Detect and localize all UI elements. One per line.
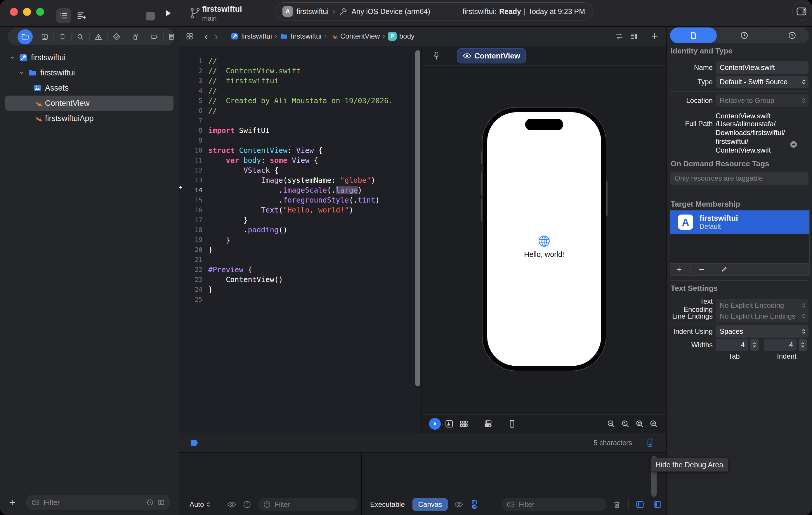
- type-dropdown[interactable]: Default - Swift Source: [716, 76, 809, 88]
- tab-source-control[interactable]: [41, 33, 49, 41]
- forward-button[interactable]: ›: [215, 31, 218, 42]
- tree-item-assets[interactable]: Assets: [0, 80, 179, 96]
- code-line[interactable]: 16 Text("Hello, world!"): [179, 205, 421, 215]
- toggle-inspector-button[interactable]: [792, 2, 811, 21]
- code-line[interactable]: 22#Preview {: [179, 265, 421, 275]
- code-line[interactable]: 12 VStack {: [179, 165, 421, 175]
- editor-layout-icon[interactable]: [630, 32, 638, 40]
- tab-bookmarks[interactable]: [59, 33, 66, 41]
- show-variables-view-button[interactable]: [635, 500, 645, 509]
- code-line[interactable]: 11 var body: some View {: [179, 156, 421, 165]
- tab-breakpoints[interactable]: [150, 33, 158, 41]
- editor-scrollbar[interactable]: [415, 50, 420, 386]
- canvas-process-chip[interactable]: Canvas: [412, 498, 448, 511]
- tree-item-group[interactable]: firstswiftui: [0, 65, 179, 80]
- breadcrumb-symbol[interactable]: P body: [388, 32, 414, 40]
- code-line[interactable]: 18 .padding(): [179, 225, 421, 235]
- code-line[interactable]: 21: [179, 255, 421, 265]
- editor-list-button[interactable]: [56, 8, 71, 23]
- selectable-mode-button[interactable]: [444, 419, 454, 429]
- location-dropdown[interactable]: Relative to Group: [716, 94, 809, 107]
- tab-reports[interactable]: [168, 33, 175, 41]
- close-window-button[interactable]: [10, 8, 18, 16]
- pin-icon[interactable]: [432, 51, 440, 61]
- open-in-finder-button[interactable]: [789, 140, 798, 149]
- edit-target-button[interactable]: [721, 266, 728, 273]
- source-control-filter-icon[interactable]: [157, 499, 165, 506]
- remove-target-button[interactable]: [698, 266, 705, 273]
- code-line[interactable]: 8import SwiftUI: [179, 126, 421, 136]
- scheme-project-name[interactable]: firstswiftui: [296, 7, 328, 16]
- zoom-100-button[interactable]: [621, 419, 630, 429]
- ai-assistant-button[interactable]: [76, 10, 88, 22]
- code-line[interactable]: 23 ContentView(): [179, 275, 421, 285]
- phone-screen[interactable]: Hello, world!: [487, 112, 601, 366]
- code-line[interactable]: 7: [179, 116, 421, 126]
- code-line[interactable]: 24}: [179, 285, 421, 295]
- variables-view[interactable]: Auto Filter: [179, 453, 362, 515]
- swap-editor-icon[interactable]: [615, 32, 624, 40]
- indent-width-stepper[interactable]: [799, 339, 807, 351]
- variables-scope-dropdown[interactable]: Auto: [190, 500, 211, 509]
- variables-info-button[interactable]: [243, 500, 252, 509]
- source-editor[interactable]: 1//2// ContentView.swift3// firstswiftui…: [179, 46, 421, 433]
- add-target-button[interactable]: [675, 266, 683, 273]
- odr-tags-field[interactable]: Only resources are taggable: [670, 171, 809, 185]
- zoom-window-button[interactable]: [36, 8, 44, 16]
- code-line[interactable]: 20}: [179, 245, 421, 255]
- clear-console-button[interactable]: [612, 500, 621, 509]
- minimize-window-button[interactable]: [23, 8, 31, 16]
- minimap-breakpoint-icon[interactable]: [190, 438, 199, 447]
- tab-width-stepper[interactable]: [750, 339, 758, 351]
- code-line[interactable]: 14 .imageScale(.large): [179, 185, 421, 195]
- line-endings-dropdown[interactable]: No Explicit Line Endings: [716, 310, 809, 322]
- tab-debug[interactable]: [131, 33, 139, 41]
- code-line[interactable]: 9: [179, 136, 421, 145]
- code-line[interactable]: 2// ContentView.swift: [179, 66, 421, 76]
- zoom-out-button[interactable]: [606, 419, 616, 429]
- tab-file-inspector[interactable]: [670, 27, 717, 43]
- console-destination-button[interactable]: [470, 499, 478, 510]
- tab-tests[interactable]: [112, 33, 121, 41]
- tab-width-field[interactable]: 4: [716, 339, 748, 351]
- code-line[interactable]: 6//: [179, 106, 421, 116]
- run-button[interactable]: [163, 8, 173, 18]
- navigator-filter-field[interactable]: Filter: [26, 495, 170, 510]
- console-eye-button[interactable]: [454, 501, 464, 508]
- zoom-in-button[interactable]: [649, 419, 658, 429]
- variables-filter-field[interactable]: Filter: [259, 498, 357, 511]
- recent-clock-icon[interactable]: [146, 499, 154, 506]
- indent-dropdown[interactable]: Spaces: [716, 325, 809, 337]
- encoding-dropdown[interactable]: No Explicit Encoding: [716, 299, 809, 311]
- breadcrumb-project[interactable]: firstswiftui: [230, 32, 272, 40]
- disclosure-chevron-icon[interactable]: [18, 69, 25, 76]
- tab-help-inspector[interactable]: ?: [788, 31, 796, 40]
- code-line[interactable]: 4//: [179, 86, 421, 96]
- code-line[interactable]: 10struct ContentView: View {: [179, 145, 421, 156]
- canvas-body[interactable]: Hello, world!: [422, 66, 666, 414]
- iphone-preview-device[interactable]: Hello, world!: [482, 107, 606, 371]
- code-line[interactable]: 19 }: [179, 235, 421, 245]
- tree-item-project-root[interactable]: firstswiftui: [0, 50, 179, 65]
- tab-issues[interactable]: [94, 33, 103, 41]
- code-line[interactable]: 15 .foregroundStyle(.tint): [179, 195, 421, 205]
- add-file-button[interactable]: [8, 498, 17, 507]
- preview-device-button[interactable]: [508, 419, 516, 429]
- show-console-view-button[interactable]: [652, 500, 663, 509]
- tree-item-contentview[interactable]: ContentView: [5, 96, 174, 111]
- tab-project-navigator[interactable]: [18, 29, 33, 45]
- show-only-variables-button[interactable]: [227, 501, 236, 508]
- back-button[interactable]: ‹: [204, 31, 208, 42]
- name-field[interactable]: ContentView.swift: [716, 61, 809, 74]
- code-line[interactable]: 17 }: [179, 215, 421, 225]
- add-editor-icon[interactable]: [650, 32, 659, 40]
- preview-tab[interactable]: ContentView: [457, 48, 526, 63]
- tab-find[interactable]: [77, 33, 84, 41]
- live-preview-button[interactable]: [429, 418, 441, 430]
- target-row-firstswiftui[interactable]: A firstswiftui Default: [670, 211, 809, 234]
- console-view[interactable]: Executable Canvas Filter: [362, 453, 666, 515]
- device-preview-toggle[interactable]: [645, 438, 654, 448]
- tab-history-inspector[interactable]: [740, 31, 749, 40]
- variants-button[interactable]: [459, 419, 468, 429]
- code-line[interactable]: 25: [179, 295, 421, 304]
